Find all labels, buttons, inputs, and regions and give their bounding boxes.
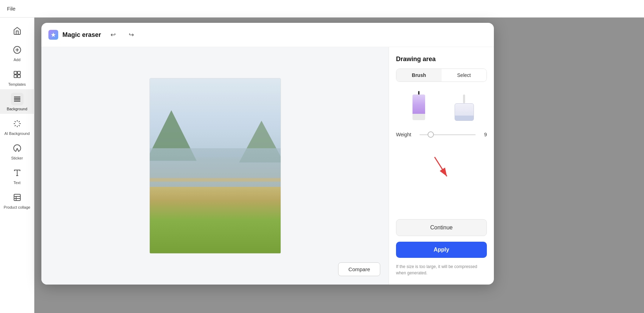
modal-overlay: Magic eraser ↩ ↪ Compare — [34, 18, 644, 313]
brush-select-toggle: Brush Select — [396, 69, 487, 82]
modal-header: Magic eraser ↩ ↪ — [41, 23, 494, 47]
sidebar-item-product-collage[interactable]: Product collage — [0, 188, 34, 212]
svg-rect-3 — [14, 71, 17, 74]
sparkles-icon — [11, 117, 24, 130]
drawing-area-title: Drawing area — [396, 56, 487, 63]
svg-line-17 — [14, 125, 15, 126]
sidebar-item-add[interactable]: Add — [0, 40, 34, 65]
brush-tool[interactable] — [408, 91, 429, 123]
sidebar-sticker-label: Sticker — [11, 156, 23, 160]
sidebar-ai-background-label: AI Background — [4, 131, 29, 136]
magic-eraser-icon — [48, 30, 58, 40]
compare-button[interactable]: Compare — [338, 262, 380, 276]
svg-line-26 — [435, 157, 447, 176]
svg-rect-6 — [18, 75, 20, 78]
tools-area — [396, 87, 487, 126]
sidebar-item-templates[interactable]: Templates — [0, 65, 34, 89]
sidebar-background-label: Background — [7, 107, 27, 111]
sidebar-item-ai-background[interactable]: AI Background — [0, 114, 34, 138]
undo-button[interactable]: ↩ — [107, 28, 119, 41]
svg-line-14 — [19, 125, 20, 126]
weight-slider[interactable] — [420, 134, 476, 135]
svg-rect-4 — [18, 71, 20, 74]
sticker-icon — [11, 142, 24, 155]
product-collage-icon — [11, 191, 24, 204]
modal-right-panel: Drawing area Brush Select — [389, 47, 494, 285]
sidebar: Add Templates Background — [0, 18, 34, 313]
text-icon — [11, 167, 24, 179]
sidebar-item-home[interactable] — [0, 21, 34, 40]
svg-line-18 — [19, 121, 20, 122]
svg-rect-5 — [14, 75, 17, 78]
weight-value: 9 — [480, 132, 487, 137]
modal-title: Magic eraser — [62, 31, 101, 39]
background-icon — [11, 93, 24, 105]
templates-icon — [11, 68, 24, 81]
sidebar-add-label: Add — [14, 58, 21, 62]
select-toggle-button[interactable]: Select — [442, 69, 487, 81]
weight-row: Weight 9 — [396, 132, 487, 137]
note-text: If the size is too large, it will be com… — [396, 263, 487, 276]
red-arrow-annotation — [396, 143, 487, 178]
top-bar: File — [0, 0, 644, 18]
sidebar-text-label: Text — [13, 181, 20, 185]
magic-eraser-modal: Magic eraser ↩ ↪ Compare — [41, 23, 494, 285]
sidebar-product-collage-label: Product collage — [4, 205, 31, 209]
home-icon — [11, 25, 24, 37]
sidebar-item-background[interactable]: Background — [0, 89, 34, 114]
eraser-icon — [454, 94, 475, 123]
svg-rect-21 — [14, 194, 20, 201]
sidebar-templates-label: Templates — [8, 82, 26, 86]
eraser-tool[interactable] — [454, 94, 475, 123]
redo-button[interactable]: ↪ — [125, 28, 137, 41]
weight-label: Weight — [396, 132, 415, 137]
plus-circle-icon — [11, 44, 24, 56]
red-arrow-svg — [428, 154, 456, 182]
canvas-section[interactable]: Compare — [41, 47, 389, 285]
file-menu[interactable]: File — [7, 6, 15, 12]
apply-button[interactable]: Apply — [396, 242, 487, 258]
svg-line-13 — [14, 121, 15, 122]
sidebar-item-sticker[interactable]: Sticker — [0, 138, 34, 163]
continue-button[interactable]: Continue — [396, 219, 487, 236]
brush-toggle-button[interactable]: Brush — [396, 69, 442, 81]
brush-icon — [408, 91, 429, 123]
canvas-image[interactable] — [149, 78, 281, 254]
sidebar-item-text[interactable]: Text — [0, 163, 34, 188]
modal-body: Compare Drawing area Brush Select — [41, 47, 494, 285]
